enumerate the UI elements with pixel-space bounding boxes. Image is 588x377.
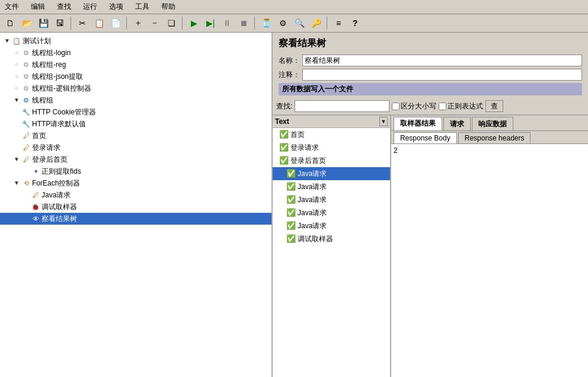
tree-item-http-default[interactable]: 🔧 HTTP请求默认值 xyxy=(0,118,271,130)
root-expander[interactable]: ▼ xyxy=(2,36,12,46)
search-bar: 查找: 区分大小写 正则表达式 查 xyxy=(273,98,588,115)
add-button[interactable]: ＋ xyxy=(130,15,146,31)
pause-button[interactable]: ⏸ xyxy=(219,15,235,31)
main-container: ▼ 📋 测试计划 ○ ⚙ 线程组-login ○ ⚙ 线程组-reg ○ ⚙ 线… xyxy=(0,33,588,377)
save-button[interactable]: 🖫 xyxy=(52,15,68,31)
toolbar-separator-2 xyxy=(126,17,127,30)
paste-button[interactable]: 📄 xyxy=(108,15,123,31)
settings2-button[interactable]: ⚙ xyxy=(275,15,290,31)
result-item-homepage[interactable]: ✅ 首页 xyxy=(273,128,390,141)
tree-item-thread-json[interactable]: ○ ⚙ 线程组-json提取 xyxy=(0,71,271,82)
search-input[interactable] xyxy=(295,100,389,112)
list-button[interactable]: ≡ xyxy=(331,15,346,31)
gear-icon: ⚙ xyxy=(21,84,31,93)
menu-options[interactable]: 选项 xyxy=(107,1,126,12)
result-item-debug[interactable]: ✅ 调试取样器 xyxy=(273,232,390,245)
tree-item-debug-sampler[interactable]: 🐞 调试取样器 xyxy=(0,201,271,213)
tree-item-foreach-ctrl[interactable]: ▼ ⟲ ForEach控制器 xyxy=(0,177,271,189)
open-button[interactable]: 📂 xyxy=(19,15,34,31)
tree-item-label: HTTP Cookie管理器 xyxy=(32,107,96,117)
tree-item-regex-fids[interactable]: ✦ 正则提取fids xyxy=(0,165,271,177)
key-button[interactable]: 🔑 xyxy=(308,15,324,31)
check-icon: ✅ xyxy=(279,142,289,153)
toolbar-separator-5 xyxy=(327,17,328,30)
section-title: 所有数据写入一个文件 xyxy=(279,83,582,95)
expander[interactable]: ○ xyxy=(12,59,21,70)
result-item-label: 登录后首页 xyxy=(290,155,326,166)
tree-item-root[interactable]: ▼ 📋 测试计划 xyxy=(0,35,271,47)
menu-run[interactable]: 运行 xyxy=(81,1,100,12)
check-icon: ✅ xyxy=(286,181,296,192)
result-item-java-req-selected[interactable]: ✅ Java请求 xyxy=(273,167,390,180)
result-item-java-req-2[interactable]: ✅ Java请求 xyxy=(273,180,390,193)
menu-edit[interactable]: 编辑 xyxy=(28,1,47,12)
question-button[interactable]: ? xyxy=(347,15,363,31)
expander[interactable]: ▼ xyxy=(12,154,21,165)
expander[interactable]: ▼ xyxy=(12,178,21,188)
tree-item-thread-group[interactable]: ▼ ⚙ 线程组 xyxy=(0,94,271,106)
tree-item-homepage[interactable]: 🖊 首页 xyxy=(0,130,271,142)
tree-item-thread-logic[interactable]: ○ ⚙ 线程组-逻辑控制器 xyxy=(0,82,271,94)
menu-find[interactable]: 查找 xyxy=(55,1,74,12)
case-sensitive-label[interactable]: 区分大小写 xyxy=(392,101,436,111)
tree-item-thread-login[interactable]: ○ ⚙ 线程组-login xyxy=(0,47,271,59)
tree-item-thread-reg[interactable]: ○ ⚙ 线程组-reg xyxy=(0,59,271,71)
remove-button[interactable]: － xyxy=(147,15,162,31)
menu-file[interactable]: 文件 xyxy=(2,1,21,12)
tree-item-label: HTTP请求默认值 xyxy=(32,119,86,129)
result-item-after-login[interactable]: ✅ 登录后首页 xyxy=(273,154,390,167)
cut-button[interactable]: ✂ xyxy=(75,15,90,31)
result-dropdown-button[interactable]: ▼ xyxy=(379,117,388,126)
regex-label[interactable]: 正则表达式 xyxy=(439,101,483,111)
result-item-login-req[interactable]: ✅ 登录请求 xyxy=(273,141,390,154)
run-button[interactable]: ▶ xyxy=(186,15,202,31)
detail-content: 2 xyxy=(391,144,588,377)
search-button[interactable]: 查 xyxy=(485,100,503,112)
run-selected-button[interactable]: ▶| xyxy=(203,15,218,31)
result-item-java-req-3[interactable]: ✅ Java请求 xyxy=(273,193,390,206)
check-icon: ✅ xyxy=(279,129,289,140)
jar-button[interactable]: 🫙 xyxy=(258,15,274,31)
search2-button[interactable]: 🔍 xyxy=(292,15,307,31)
menu-tools[interactable]: 工具 xyxy=(133,1,152,12)
sampler-icon: 🖊 xyxy=(31,190,40,200)
new-button[interactable]: 🗋 xyxy=(2,15,18,31)
tree-item-http-cookie[interactable]: 🔧 HTTP Cookie管理器 xyxy=(0,106,271,118)
name-input[interactable] xyxy=(302,55,582,66)
copy-button[interactable]: 📋 xyxy=(91,15,107,31)
wrench-icon: 🔧 xyxy=(21,119,31,129)
foreach-icon: ⟲ xyxy=(21,178,31,188)
result-item-java-req-5[interactable]: ✅ Java请求 xyxy=(273,219,390,232)
subtab-response-headers[interactable]: Response headers xyxy=(458,132,531,143)
stop-button[interactable]: ⏹ xyxy=(236,15,251,31)
regex-checkbox[interactable] xyxy=(439,103,446,110)
tab-response-data[interactable]: 响应数据 xyxy=(472,117,513,130)
sampler-icon: 🖊 xyxy=(21,155,31,164)
sampler-icon: 🖊 xyxy=(21,131,31,140)
expander[interactable]: ○ xyxy=(12,83,21,94)
subtab-response-body[interactable]: Response Body xyxy=(394,132,457,143)
tree-item-label: Java请求 xyxy=(41,190,71,200)
check-icon: ✅ xyxy=(279,155,289,166)
tab-sampler-result[interactable]: 取样器结果 xyxy=(394,117,442,130)
result-item-java-req-4[interactable]: ✅ Java请求 xyxy=(273,206,390,219)
comment-label: 注释： xyxy=(279,70,302,80)
tree-item-view-result-tree[interactable]: 👁 察看结果树 xyxy=(0,213,271,225)
tree-panel: ▼ 📋 测试计划 ○ ⚙ 线程组-login ○ ⚙ 线程组-reg ○ ⚙ 线… xyxy=(0,33,273,377)
case-sensitive-checkbox[interactable] xyxy=(392,103,400,110)
tree-item-after-login[interactable]: ▼ 🖊 登录后首页 xyxy=(0,154,271,165)
expander[interactable]: ○ xyxy=(12,47,21,58)
save-template-button[interactable]: 💾 xyxy=(36,15,51,31)
expander[interactable]: ▼ xyxy=(12,95,21,106)
expander[interactable]: ○ xyxy=(12,71,21,82)
test-plan-icon: 📋 xyxy=(12,36,21,46)
comment-input[interactable] xyxy=(302,69,582,81)
tab-request[interactable]: 请求 xyxy=(443,117,471,130)
gear-icon: ⚙ xyxy=(21,60,31,69)
tree-item-java-req-1[interactable]: 🖊 Java请求 xyxy=(0,189,271,201)
tree-item-label: 登录后首页 xyxy=(32,154,68,165)
tree-item-label: 线程组-json提取 xyxy=(32,71,83,82)
menu-help[interactable]: 帮助 xyxy=(159,1,178,12)
duplicate-button[interactable]: ❏ xyxy=(164,15,179,31)
tree-item-login-req[interactable]: 🖊 登录请求 xyxy=(0,142,271,154)
